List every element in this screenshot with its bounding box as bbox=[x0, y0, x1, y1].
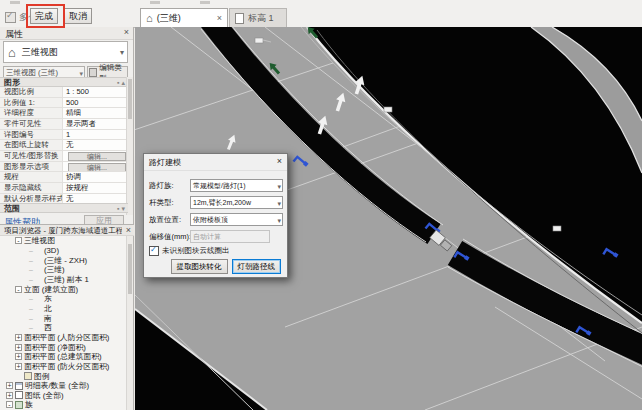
plan-view-icon bbox=[235, 13, 244, 24]
property-row[interactable]: 零件可见性 显示两者 bbox=[0, 119, 128, 130]
property-row[interactable]: 显示隐藏线 按规程 bbox=[0, 183, 128, 194]
dialog-title: 路灯建模 bbox=[149, 157, 181, 168]
section-graphics[interactable]: 图形 ▪ ▴ bbox=[0, 77, 128, 87]
dialog-buttons: 提取图块转化 灯朝路径线 bbox=[171, 259, 282, 274]
tree-item[interactable]: + 面积平面 (防火分区面积) bbox=[0, 362, 128, 372]
property-label: 在图纸上旋转 bbox=[0, 140, 63, 150]
tree-item[interactable]: 东 bbox=[0, 294, 128, 304]
pin-collapse-icons[interactable]: ▪ ▾ bbox=[117, 204, 125, 214]
cancel-button[interactable]: 取消 bbox=[64, 8, 92, 24]
field-label: 放置位置: bbox=[149, 215, 181, 225]
dialog-titlebar[interactable]: 路灯建模 × bbox=[144, 154, 287, 171]
expander-icon[interactable]: + bbox=[15, 344, 22, 351]
property-value[interactable]: 500 bbox=[63, 98, 128, 108]
checkbox-icon bbox=[5, 12, 16, 23]
ribbon-tick bbox=[200, 1, 210, 4]
close-icon[interactable]: × bbox=[124, 27, 129, 37]
tree-item-label: 三维视图 bbox=[24, 236, 55, 246]
property-value[interactable]: 编辑... bbox=[63, 151, 128, 161]
property-value[interactable]: 1 bbox=[63, 130, 128, 140]
section-scope[interactable]: 范围 ▪ ▾ bbox=[0, 203, 128, 213]
properties-grid: 视图比例 1 : 500 比例值 1: 500 详细程度 bbox=[0, 87, 128, 203]
expander-icon[interactable] bbox=[35, 266, 42, 273]
expander-icon[interactable] bbox=[35, 295, 42, 302]
dialog-field: 偏移值(mm): 自动计算 ▾ bbox=[144, 229, 287, 246]
dialog-button[interactable]: 灯朝路径线 bbox=[232, 259, 282, 274]
ribbon-tick bbox=[150, 1, 160, 4]
property-value[interactable]: 无 bbox=[63, 140, 128, 150]
expander-icon[interactable] bbox=[35, 257, 42, 264]
browser-scrollbar[interactable] bbox=[126, 236, 133, 410]
property-row[interactable]: 默认分析显示样式 无 bbox=[0, 194, 128, 203]
chevron-down-icon: ▾ bbox=[120, 48, 124, 57]
property-row[interactable]: 可见性/图形替换 编辑... bbox=[0, 151, 128, 162]
expander-icon[interactable] bbox=[15, 373, 22, 380]
tab-3d-view[interactable]: ⌂ (三维) × bbox=[140, 8, 228, 27]
expander-icon[interactable]: - bbox=[15, 286, 22, 293]
property-label: 视图比例 bbox=[0, 87, 63, 97]
tree-item-icon bbox=[24, 372, 32, 380]
property-value[interactable]: 协调 bbox=[63, 172, 128, 182]
section-title: 范围 bbox=[4, 204, 20, 213]
field-control[interactable]: 自动计算 ▾ bbox=[190, 230, 270, 243]
expander-icon[interactable] bbox=[35, 247, 42, 254]
property-row[interactable]: 规程 协调 bbox=[0, 172, 128, 183]
tree-item[interactable]: + 明细表/数量 (全部) bbox=[0, 381, 128, 391]
expander-icon[interactable] bbox=[35, 305, 42, 312]
field-control[interactable]: 依附楼板顶 ▾ bbox=[190, 213, 283, 226]
expander-icon[interactable]: + bbox=[6, 382, 13, 389]
view-3d-icon: ⌂ bbox=[8, 45, 16, 60]
type-selector[interactable]: ⌂ 三维视图 ▾ bbox=[3, 41, 128, 63]
expander-icon[interactable] bbox=[35, 324, 42, 331]
expander-icon[interactable]: + bbox=[15, 353, 22, 360]
property-row[interactable]: 详图编号 1 bbox=[0, 130, 128, 141]
property-value[interactable]: 无 bbox=[63, 194, 128, 203]
tree-item[interactable]: + 图纸 (全部) bbox=[0, 391, 128, 401]
tree-item[interactable]: - 三维视图 bbox=[0, 236, 128, 246]
project-browser-tree: - 三维视图 (3D) (三维 - ZXH) bbox=[0, 236, 128, 410]
close-tab-icon[interactable]: × bbox=[217, 13, 222, 23]
dialog-field: 路灯族: 常规模型/路灯(1) ▾ bbox=[144, 178, 287, 195]
revit-window: 多个 完成 取消 ⌂ (三维) × 标高 1 属性 × ⌂ 三维视图 ▾ 三维视… bbox=[0, 0, 642, 410]
property-label: 详图编号 bbox=[0, 130, 63, 140]
finish-button[interactable]: 完成 bbox=[30, 8, 58, 24]
property-value[interactable]: 编辑... bbox=[63, 162, 128, 172]
property-row[interactable]: 图形显示选项 编辑... bbox=[0, 162, 128, 173]
property-value[interactable]: 精细 bbox=[63, 108, 128, 118]
close-icon[interactable]: × bbox=[277, 156, 282, 166]
property-label: 规程 bbox=[0, 172, 63, 182]
property-value[interactable]: 显示两者 bbox=[63, 119, 128, 129]
field-control[interactable]: 常规模型/路灯(1) ▾ bbox=[190, 179, 283, 192]
expander-icon[interactable]: + bbox=[6, 392, 13, 399]
tree-item[interactable]: 北 bbox=[0, 304, 128, 314]
properties-title: 属性 bbox=[5, 28, 23, 41]
section-title: 图形 bbox=[4, 78, 20, 87]
properties-scrollbar[interactable] bbox=[126, 77, 133, 215]
tree-item[interactable]: - 族 bbox=[0, 400, 128, 410]
tree-item[interactable]: - 立面 (建筑立面) bbox=[0, 284, 128, 294]
cloud-mark-checkbox[interactable]: 未识别图块云线圈出 bbox=[149, 246, 230, 256]
expander-icon[interactable] bbox=[35, 276, 42, 283]
field-control[interactable]: 12m,臂长2m,200w ▾ bbox=[190, 196, 283, 209]
tree-item-icon bbox=[15, 401, 23, 409]
tree-item[interactable]: 南 bbox=[0, 313, 128, 323]
property-value[interactable]: 按规程 bbox=[63, 183, 128, 193]
expander-icon[interactable]: - bbox=[6, 401, 13, 408]
property-row[interactable]: 比例值 1: 500 bbox=[0, 98, 128, 109]
expander-icon[interactable]: - bbox=[15, 237, 22, 244]
close-icon[interactable]: × bbox=[126, 225, 131, 235]
drawing-area[interactable]: 路灯建模 × 路灯族: 常规模型/路灯(1) ▾ 杆类型: bbox=[135, 27, 642, 410]
project-browser-header: 项目浏览器 - 厦门跨东海域通道工程 (链接... × bbox=[0, 224, 134, 236]
expander-icon[interactable] bbox=[35, 315, 42, 322]
instance-combo-value: 三维视图 (三维) bbox=[6, 68, 58, 77]
dialog-button[interactable]: 提取图块转化 bbox=[171, 259, 228, 274]
expander-icon[interactable]: + bbox=[15, 334, 22, 341]
property-row[interactable]: 详细程度 精细 bbox=[0, 108, 128, 119]
property-value[interactable]: 1 : 500 bbox=[63, 87, 128, 97]
property-row[interactable]: 视图比例 1 : 500 bbox=[0, 87, 128, 98]
property-label: 显示隐藏线 bbox=[0, 183, 63, 193]
tab-level-1[interactable]: 标高 1 bbox=[229, 8, 287, 27]
field-label: 杆类型: bbox=[149, 198, 174, 208]
expander-icon[interactable]: + bbox=[15, 363, 22, 370]
property-row[interactable]: 在图纸上旋转 无 bbox=[0, 140, 128, 151]
